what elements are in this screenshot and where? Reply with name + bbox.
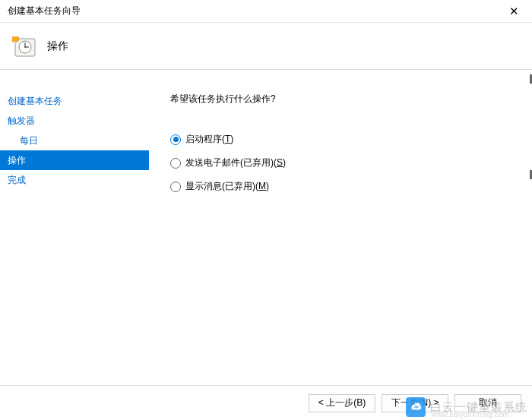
main-panel: 希望该任务执行什么操作? 启动程序(T)发送电子邮件(已弃用)(S)显示消息(已… bbox=[149, 70, 532, 385]
window-title: 创建基本任务向导 bbox=[8, 5, 502, 17]
sidebar-item-0[interactable]: 创建基本任务 bbox=[0, 91, 149, 111]
radio-circle-icon bbox=[170, 134, 181, 145]
radio-circle-icon bbox=[170, 182, 181, 192]
radio-label: 启动程序(T) bbox=[185, 133, 233, 146]
radio-option-0[interactable]: 启动程序(T) bbox=[170, 133, 517, 146]
cancel-button[interactable]: 取消 bbox=[454, 394, 521, 412]
sidebar-item-3[interactable]: 操作 bbox=[0, 150, 149, 170]
action-question: 希望该任务执行什么操作? bbox=[170, 93, 517, 106]
wizard-header: 操作 bbox=[0, 23, 532, 70]
svg-point-4 bbox=[24, 46, 26, 48]
sidebar-item-1[interactable]: 触发器 bbox=[0, 111, 149, 131]
radio-label: 显示消息(已弃用)(M) bbox=[185, 180, 269, 193]
content-area: 创建基本任务触发器每日操作完成 希望该任务执行什么操作? 启动程序(T)发送电子… bbox=[0, 70, 532, 385]
radio-circle-icon bbox=[170, 158, 181, 169]
wizard-footer: < 上一步(B) 下一页(N) > 取消 bbox=[0, 385, 532, 420]
back-button[interactable]: < 上一步(B) bbox=[309, 394, 375, 412]
header-title: 操作 bbox=[47, 39, 68, 53]
clock-icon bbox=[12, 35, 36, 58]
radio-label: 发送电子邮件(已弃用)(S) bbox=[185, 156, 286, 169]
radio-option-1[interactable]: 发送电子邮件(已弃用)(S) bbox=[170, 156, 517, 169]
next-button[interactable]: 下一页(N) > bbox=[382, 394, 448, 412]
sidebar-item-2[interactable]: 每日 bbox=[0, 131, 149, 150]
wizard-sidebar: 创建基本任务触发器每日操作完成 bbox=[0, 70, 149, 385]
close-button[interactable]: ✕ bbox=[502, 1, 526, 22]
action-radio-group: 启动程序(T)发送电子邮件(已弃用)(S)显示消息(已弃用)(M) bbox=[170, 133, 517, 193]
titlebar: 创建基本任务向导 ✕ bbox=[0, 0, 532, 23]
radio-option-2[interactable]: 显示消息(已弃用)(M) bbox=[170, 180, 517, 193]
sidebar-item-4[interactable]: 完成 bbox=[0, 170, 149, 190]
